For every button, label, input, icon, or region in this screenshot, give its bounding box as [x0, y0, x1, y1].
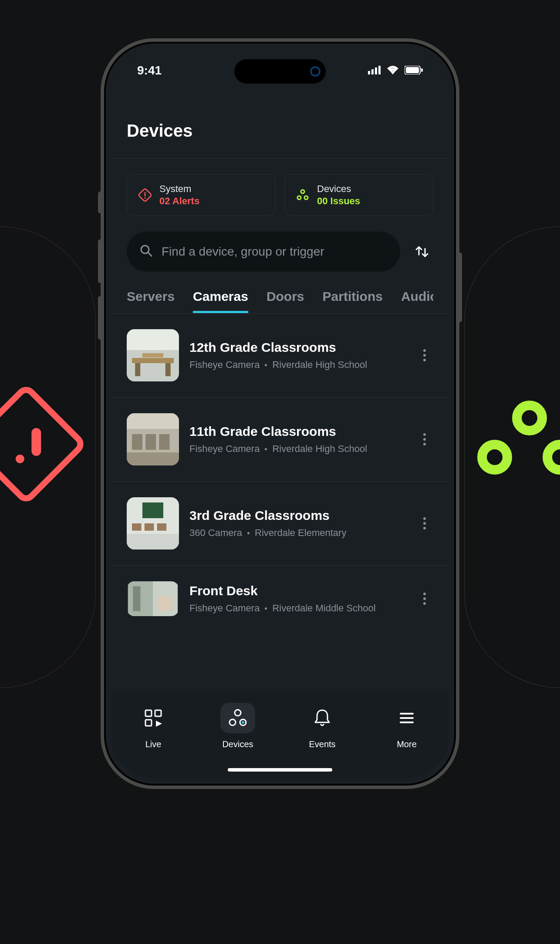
nav-label: Events	[309, 739, 335, 749]
devices-card-value: 00 Issues	[317, 196, 360, 207]
svg-rect-3	[378, 66, 381, 74]
bell-icon	[305, 703, 340, 733]
separator-dot-icon	[265, 364, 267, 366]
live-icon	[136, 703, 171, 733]
svg-rect-28	[159, 434, 169, 450]
svg-point-10	[301, 190, 304, 193]
nav-events[interactable]: Events	[296, 703, 348, 749]
alert-diamond-icon	[138, 188, 152, 202]
search-field[interactable]	[127, 232, 400, 272]
svg-rect-25	[127, 413, 179, 429]
svg-point-12	[304, 196, 308, 199]
svg-rect-44	[133, 586, 140, 611]
camera-location: Riverdale High School	[272, 359, 367, 371]
svg-point-55	[242, 721, 244, 724]
svg-rect-16	[127, 329, 179, 350]
list-item[interactable]: 12th Grade Classrooms Fisheye Camera Riv…	[111, 314, 449, 398]
devices-icon	[220, 703, 255, 733]
cellular-icon	[368, 64, 381, 78]
svg-point-39	[423, 517, 426, 520]
item-more-button[interactable]	[416, 431, 433, 448]
list-item[interactable]: Front Desk Fisheye Camera Riverdale Midd…	[111, 566, 449, 632]
svg-rect-0	[368, 71, 370, 74]
svg-point-53	[229, 719, 236, 725]
search-input[interactable]	[162, 245, 387, 259]
system-card-value: 02 Alerts	[159, 196, 199, 207]
nav-label: Live	[145, 739, 162, 749]
camera-location: Riverdale High School	[272, 443, 367, 455]
camera-type: 360 Camera	[189, 527, 242, 539]
svg-line-14	[148, 253, 152, 256]
tab-partitions[interactable]: Partitions	[323, 289, 383, 313]
svg-rect-27	[145, 434, 156, 450]
cluster-icon	[295, 188, 310, 202]
svg-point-32	[423, 443, 426, 445]
camera-title: 12th Grade Classrooms	[189, 340, 405, 355]
svg-point-9	[144, 197, 145, 199]
tab-servers[interactable]: Servers	[127, 289, 175, 313]
bottom-nav: Live Devices Events More	[111, 691, 449, 779]
camera-thumbnail	[127, 413, 179, 465]
svg-point-46	[423, 593, 426, 595]
nav-label: More	[397, 739, 417, 749]
svg-rect-20	[142, 353, 163, 357]
system-card-label: System	[159, 183, 199, 195]
svg-rect-45	[158, 596, 172, 611]
camera-thumbnail	[127, 329, 179, 381]
svg-rect-34	[142, 502, 163, 518]
sort-button[interactable]	[411, 240, 433, 263]
svg-rect-26	[132, 434, 142, 450]
nav-label: Devices	[222, 739, 253, 749]
camera-title: Front Desk	[189, 583, 405, 598]
system-alerts-card[interactable]: System 02 Alerts	[127, 174, 276, 216]
camera-indicator-icon	[310, 66, 320, 77]
phone-side-button	[458, 253, 462, 322]
list-item[interactable]: 3rd Grade Classrooms 360 Camera Riverdal…	[111, 482, 449, 566]
separator-dot-icon	[265, 607, 267, 610]
list-item[interactable]: 11th Grade Classrooms Fisheye Camera Riv…	[111, 398, 449, 482]
nav-more[interactable]: More	[381, 703, 433, 749]
svg-point-31	[423, 438, 426, 441]
svg-rect-19	[165, 363, 171, 376]
svg-point-11	[297, 196, 301, 199]
camera-thumbnail	[127, 581, 179, 616]
svg-rect-2	[375, 67, 377, 74]
svg-point-52	[235, 710, 241, 716]
tab-audio[interactable]: Audio	[401, 289, 433, 313]
nav-devices[interactable]: Devices	[212, 703, 264, 749]
svg-rect-5	[406, 67, 419, 73]
item-more-button[interactable]	[416, 590, 433, 607]
camera-title: 3rd Grade Classrooms	[189, 508, 405, 523]
camera-location: Riverdale Middle School	[272, 603, 375, 614]
phone-screen: 9:41 Devices	[111, 49, 449, 779]
phone-side-button	[98, 192, 102, 213]
tab-cameras[interactable]: Cameras	[193, 289, 248, 313]
device-tabs: Servers Cameras Doors Partitions Audio	[127, 289, 433, 313]
camera-thumbnail	[127, 497, 179, 550]
tab-doors[interactable]: Doors	[267, 289, 304, 313]
svg-rect-43	[128, 581, 153, 616]
phone-side-button	[98, 296, 102, 340]
nav-live[interactable]: Live	[127, 703, 179, 749]
svg-point-30	[423, 433, 426, 436]
svg-rect-6	[421, 68, 423, 72]
header-divider	[111, 158, 449, 158]
svg-point-23	[423, 359, 426, 361]
svg-rect-17	[132, 358, 174, 363]
search-icon	[140, 244, 153, 259]
camera-location: Riverdale Elementary	[255, 527, 346, 539]
phone-frame: 9:41 Devices	[106, 44, 454, 784]
camera-type: Fisheye Camera	[189, 443, 260, 455]
item-more-button[interactable]	[416, 515, 433, 532]
dynamic-island	[234, 59, 326, 84]
item-more-button[interactable]	[416, 347, 433, 364]
svg-point-41	[423, 527, 426, 529]
svg-rect-29	[127, 452, 179, 465]
home-indicator[interactable]	[228, 768, 332, 772]
svg-rect-36	[145, 523, 154, 531]
menu-icon	[389, 703, 424, 733]
battery-icon	[405, 64, 423, 78]
status-time: 9:41	[137, 64, 162, 78]
cluster-icon	[477, 401, 560, 488]
device-issues-card[interactable]: Devices 00 Issues	[284, 174, 433, 216]
